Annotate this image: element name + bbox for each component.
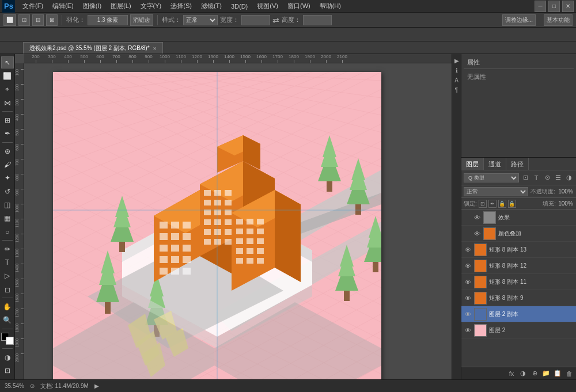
tool-mask[interactable]: ◑ bbox=[1, 351, 14, 363]
height-input[interactable] bbox=[303, 15, 332, 25]
toolbar-select-lasso[interactable]: ⊡ bbox=[18, 14, 30, 26]
layer-rect12-item[interactable]: 👁 矩形 8 副本 12 bbox=[461, 258, 576, 274]
svg-rect-153 bbox=[257, 229, 264, 234]
panel-arrow-icon[interactable]: ▶ bbox=[453, 56, 461, 64]
layer-eye-icon[interactable]: 👁 bbox=[464, 310, 472, 318]
tool-history-brush[interactable]: ↺ bbox=[1, 185, 14, 197]
svg-rect-116 bbox=[171, 256, 179, 263]
layers-filter-toggle-1[interactable]: ⊡ bbox=[521, 173, 530, 182]
tool-lasso[interactable]: ⌖ bbox=[1, 83, 14, 96]
feather-input[interactable] bbox=[88, 15, 128, 25]
add-style-btn[interactable]: fx bbox=[507, 369, 516, 378]
menu-3d[interactable]: 3D(D) bbox=[227, 2, 252, 11]
layer-eye-icon[interactable]: 👁 bbox=[464, 278, 472, 286]
tool-crop[interactable]: ⊞ bbox=[1, 114, 14, 126]
blend-mode-select[interactable]: 正常 bbox=[464, 187, 528, 196]
new-layer-btn[interactable]: 📋 bbox=[553, 369, 562, 378]
paragraph-icon[interactable]: ¶ bbox=[453, 86, 461, 94]
tool-zoom[interactable]: 🔍 bbox=[1, 314, 14, 326]
toolbar-select-extra[interactable]: ⊠ bbox=[46, 14, 58, 26]
layer-eye-icon[interactable]: 👁 bbox=[473, 230, 481, 238]
layers-tab-channels[interactable]: 通道 bbox=[484, 158, 506, 170]
lock-image-icon[interactable]: ✒ bbox=[488, 200, 497, 208]
minimize-btn[interactable]: ─ bbox=[535, 1, 546, 12]
layer-eye-icon[interactable]: 👁 bbox=[464, 246, 472, 254]
layer-rect9-item[interactable]: 👁 矩形 8 副本 9 bbox=[461, 290, 576, 306]
new-adjustment-btn[interactable]: ⊕ bbox=[530, 369, 539, 378]
layer-eye-icon[interactable]: 👁 bbox=[464, 262, 472, 270]
layers-filter-type[interactable]: Q 类型 bbox=[464, 173, 519, 182]
tool-eyedropper[interactable]: ✒ bbox=[1, 128, 14, 140]
tool-clone[interactable]: ✦ bbox=[1, 172, 14, 184]
menu-select[interactable]: 选择(S) bbox=[166, 1, 196, 12]
antialiasing-check[interactable]: 消锯齿 bbox=[130, 14, 153, 26]
tab-close-btn[interactable]: × bbox=[153, 45, 157, 52]
layers-filter-toggle-4[interactable]: ☰ bbox=[554, 173, 563, 182]
layer-effects-item[interactable]: 👁 效果 bbox=[461, 210, 576, 226]
tool-dodge[interactable]: ○ bbox=[1, 226, 14, 238]
layer-thumb bbox=[474, 276, 487, 288]
tool-select-rect[interactable]: ⬜ bbox=[1, 70, 14, 82]
layer-thumb bbox=[474, 292, 487, 305]
add-mask-btn[interactable]: ◑ bbox=[518, 369, 528, 378]
lock-transparent-icon[interactable]: ⊡ bbox=[479, 200, 487, 208]
close-btn[interactable]: ✕ bbox=[562, 1, 574, 12]
lock-all-icon[interactable]: 🔒 bbox=[508, 200, 516, 208]
tool-brush[interactable]: 🖌 bbox=[1, 158, 14, 170]
toolbar-select-magic[interactable]: ⊟ bbox=[32, 14, 44, 26]
tool-shape[interactable]: ◻ bbox=[1, 283, 14, 295]
menu-text[interactable]: 文字(Y) bbox=[137, 1, 166, 12]
svg-rect-133 bbox=[204, 219, 211, 225]
layers-filter-toggle-5[interactable]: ◑ bbox=[564, 173, 574, 182]
layer-eye-icon[interactable]: 👁 bbox=[464, 294, 472, 302]
menu-help[interactable]: 帮助(H) bbox=[316, 1, 345, 12]
toolbar-select-rect[interactable]: ⬜ bbox=[3, 14, 16, 26]
layers-filter-toggle-3[interactable]: ⊙ bbox=[543, 173, 552, 182]
menu-edit[interactable]: 编辑(E) bbox=[48, 1, 78, 12]
width-input[interactable] bbox=[241, 15, 270, 25]
workspace-select[interactable]: 基本功能 bbox=[544, 14, 573, 26]
menu-layer[interactable]: 图层(L) bbox=[107, 1, 135, 12]
layer-eye-icon[interactable]: 👁 bbox=[473, 214, 481, 222]
menu-file[interactable]: 文件(F) bbox=[18, 1, 47, 12]
layers-tab-paths[interactable]: 路径 bbox=[506, 158, 529, 170]
menu-view[interactable]: 视图(V) bbox=[253, 1, 282, 12]
tool-move[interactable]: ↖ bbox=[1, 56, 14, 68]
layer-2-item[interactable]: 👁 图层 2 bbox=[461, 322, 576, 338]
tool-pen[interactable]: ✏ bbox=[1, 243, 14, 255]
layers-toolbar: Q 类型 ⊡ T ⊙ ☰ ◑ bbox=[461, 170, 576, 185]
tool-magic-wand[interactable]: ⋈ bbox=[1, 97, 14, 109]
layer-rect13-item[interactable]: 👁 矩形 8 副本 13 bbox=[461, 242, 576, 258]
background-color[interactable] bbox=[6, 337, 14, 345]
new-group-btn[interactable]: 📁 bbox=[541, 369, 551, 378]
tool-text[interactable]: T bbox=[1, 257, 14, 269]
tool-spot-heal[interactable]: ⊛ bbox=[1, 145, 14, 157]
menu-image[interactable]: 图像(I) bbox=[79, 1, 105, 12]
svg-rect-117 bbox=[183, 256, 191, 263]
tool-gradient[interactable]: ▦ bbox=[1, 212, 14, 224]
lock-position-icon[interactable]: 🔒 bbox=[498, 200, 506, 208]
tool-screen-mode[interactable]: ⊡ bbox=[1, 365, 14, 377]
layers-filter-toggle-2[interactable]: T bbox=[532, 173, 541, 182]
document-tab[interactable]: 透视效果2.psd @ 35.5% (图层 2 副本, RGB/8)* × bbox=[23, 42, 163, 54]
tool-colors[interactable] bbox=[1, 333, 14, 345]
canvas-area[interactable]: 2003004005006007008009001000110012001300… bbox=[15, 54, 452, 379]
layer-eye-icon[interactable]: 👁 bbox=[464, 326, 472, 334]
tool-hand[interactable]: ✋ bbox=[1, 300, 14, 313]
menu-window[interactable]: 窗口(W) bbox=[283, 1, 314, 12]
style-select[interactable]: 正常 bbox=[183, 15, 218, 25]
menu-filter[interactable]: 滤镜(T) bbox=[197, 1, 226, 12]
layers-tab-layers[interactable]: 图层 bbox=[461, 158, 484, 170]
tool-eraser[interactable]: ◫ bbox=[1, 199, 14, 211]
refine-edge-btn[interactable]: 调整边缘... bbox=[502, 14, 536, 26]
layer-rect11-item[interactable]: 👁 矩形 8 副本 11 bbox=[461, 274, 576, 290]
layer-color-overlay-item[interactable]: 👁 颜色叠加 bbox=[461, 226, 576, 242]
delete-layer-btn[interactable]: 🗑 bbox=[564, 369, 574, 378]
tool-path-sel[interactable]: ▷ bbox=[1, 270, 14, 282]
info-icon[interactable]: ℹ bbox=[453, 66, 461, 74]
layer-name: 颜色叠加 bbox=[498, 230, 574, 238]
text-icon[interactable]: A bbox=[453, 76, 461, 84]
maximize-btn[interactable]: □ bbox=[548, 1, 560, 12]
layer-2copy-item[interactable]: 👁 图层 2 副本 bbox=[461, 306, 576, 322]
status-arrow[interactable]: ▶ bbox=[94, 383, 99, 389]
